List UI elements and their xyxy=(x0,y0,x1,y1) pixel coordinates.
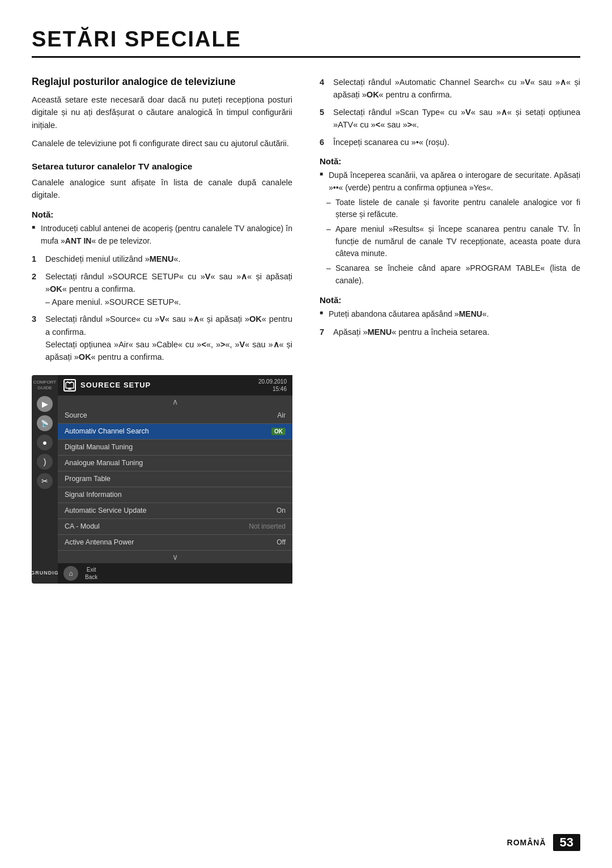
grundig-brand: GRUNDIG xyxy=(31,570,59,579)
tv-header: SOURECE SETUP 20.09.2010 15:46 xyxy=(58,375,292,395)
step-2: 2 Selectați rândul »SOURCE SETUP« cu »V«… xyxy=(32,270,292,308)
tv-menu-active-antenna[interactable]: Active Antenna Power Off xyxy=(58,535,292,551)
sidebar-comfort-guide: COMFORTGUIDE xyxy=(33,380,56,390)
nota-heading-1: Notă: xyxy=(32,210,292,219)
nota3-item-1: Puteți abandona căutarea apăsând »MENU«. xyxy=(320,308,580,321)
sidebar-icon-signal: 📡 xyxy=(37,415,53,431)
nota2-item-1: După începerea scanării, va apărea o int… xyxy=(320,169,580,194)
step-7: 7 Apăsați »MENU« pentru a încheia setare… xyxy=(320,326,580,338)
tv-header-left: SOURECE SETUP xyxy=(63,379,151,392)
tv-menu-auto-service-update[interactable]: Automatic Service Update On xyxy=(58,503,292,519)
tv-screen: COMFORTGUIDE ▶ 📡 ● ) ✂ GRUNDIG xyxy=(32,375,292,584)
tv-nav-down: ∨ xyxy=(58,551,292,563)
step-list-right-2: 7 Apăsați »MENU« pentru a încheia setare… xyxy=(320,326,580,338)
intro-p2: Canalele de televiziune pot fi configura… xyxy=(32,137,292,150)
tv-sidebar: COMFORTGUIDE ▶ 📡 ● ) ✂ GRUNDIG xyxy=(32,375,58,584)
page-title: SETĂRI SPECIALE xyxy=(32,27,580,58)
nota-block-3: Notă: Puteți abandona căutarea apăsând »… xyxy=(320,295,580,321)
right-column: 4 Selectați rândul »Automatic Channel Se… xyxy=(320,76,580,584)
tv-main-area: SOURECE SETUP 20.09.2010 15:46 ∧ Source xyxy=(58,375,292,584)
step-5: 5 Selectați rândul »Scan Type« cu »V« sa… xyxy=(320,106,580,131)
page-footer: ROMÂNĂ 53 xyxy=(507,834,580,851)
subsection-p1: Canalele analogice sunt afișate în lista… xyxy=(32,176,292,202)
tv-signal-icon xyxy=(63,379,76,392)
nota-heading-2: Notă: xyxy=(320,156,580,166)
nota-block-1: Notă: Introduceți cablul antenei de acop… xyxy=(32,210,292,247)
left-column: Reglajul posturilor analogice de televiz… xyxy=(32,76,292,584)
language-label: ROMÂNĂ xyxy=(507,838,546,847)
sidebar-icon-audio: ) xyxy=(37,454,53,470)
tv-footer: ⌂ ExitBack xyxy=(58,563,292,584)
sidebar-icon-cut: ✂ xyxy=(37,473,53,489)
tv-menu-title: SOURECE SETUP xyxy=(80,381,151,389)
tv-menu-auto-channel[interactable]: Automativ Channel Search OK xyxy=(58,424,292,440)
tv-header-datetime: 20.09.2010 15:46 xyxy=(258,378,287,393)
nota2-dash-1: Toate listele de canale și favorite pent… xyxy=(326,197,580,221)
tv-menu-list: Source Air Automativ Channel Search OK D… xyxy=(58,408,292,551)
intro-p1: Această setare este necesară doar dacă n… xyxy=(32,93,292,131)
nota-heading-3: Notă: xyxy=(320,295,580,305)
subsection-heading: Setarea tuturor canalelor TV analogice xyxy=(32,161,292,172)
step-list-right: 4 Selectați rândul »Automatic Channel Se… xyxy=(320,76,580,148)
tv-menu-program-table[interactable]: Program Table xyxy=(58,471,292,487)
tv-footer-home-icon: ⌂ xyxy=(63,566,78,581)
step-list-left: 1 Deschideți meniul utilizând »MENU«. 2 … xyxy=(32,253,292,364)
nota-item-1: Introduceți cablul antenei de acoperiș (… xyxy=(32,223,292,247)
tv-menu-digital-tuning[interactable]: Digital Manual Tuning xyxy=(58,440,292,456)
tv-menu-analogue-tuning[interactable]: Analogue Manual Tuning xyxy=(58,456,292,471)
step-1: 1 Deschideți meniul utilizând »MENU«. xyxy=(32,253,292,265)
tv-menu-ca-modul[interactable]: CA - Modul Not inserted xyxy=(58,519,292,535)
tv-footer-exit-label: ExitBack xyxy=(85,566,97,581)
tv-menu-signal-information[interactable]: Signal Information xyxy=(58,487,292,503)
sidebar-icon-play: ▶ xyxy=(37,396,53,412)
sidebar-icon-eye: ● xyxy=(37,435,53,450)
page-number: 53 xyxy=(553,834,580,851)
step-6: 6 Începeți scanarea cu »•« (roșu). xyxy=(320,136,580,148)
step-3: 3 Selectați rândul »Source« cu »V« sau »… xyxy=(32,313,292,364)
section-heading-left: Reglajul posturilor analogice de televiz… xyxy=(32,76,292,88)
nota-block-2: Notă: După începerea scanării, va apărea… xyxy=(320,156,580,287)
nota2-dash-3: Scanarea se încheie când apare »PROGRAM … xyxy=(326,262,580,287)
step-4: 4 Selectați rândul »Automatic Channel Se… xyxy=(320,76,580,101)
nota2-dash-2: Apare meniul »Results« și începe scanare… xyxy=(326,223,580,260)
tv-menu-source[interactable]: Source Air xyxy=(58,408,292,424)
tv-nav-up: ∧ xyxy=(58,395,292,408)
